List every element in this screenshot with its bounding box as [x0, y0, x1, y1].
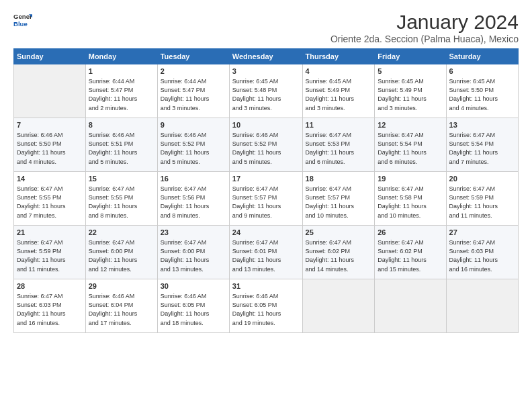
day-number: 13 — [449, 120, 515, 130]
day-number: 5 — [378, 66, 443, 77]
day-info: Sunrise: 6:46 AM Sunset: 5:52 PM Dayligh… — [232, 131, 300, 166]
calendar-title: January 2024 — [330, 11, 519, 34]
day-info: Sunrise: 6:47 AM Sunset: 5:53 PM Dayligh… — [306, 131, 372, 166]
col-header-sunday: Sunday — [14, 49, 86, 64]
day-info: Sunrise: 6:47 AM Sunset: 6:03 PM Dayligh… — [17, 292, 83, 327]
day-number: 22 — [89, 228, 154, 238]
calendar-cell: 21Sunrise: 6:47 AM Sunset: 5:59 PM Dayli… — [14, 226, 86, 279]
day-info: Sunrise: 6:47 AM Sunset: 6:00 PM Dayligh… — [161, 238, 226, 273]
calendar-cell: 5Sunrise: 6:45 AM Sunset: 5:49 PM Daylig… — [375, 64, 446, 118]
day-number: 8 — [89, 120, 154, 130]
day-info: Sunrise: 6:44 AM Sunset: 5:47 PM Dayligh… — [161, 77, 226, 112]
calendar-cell: 10Sunrise: 6:46 AM Sunset: 5:52 PM Dayli… — [229, 118, 302, 172]
day-number: 7 — [17, 120, 83, 130]
logo: General Blue — [13, 11, 32, 30]
day-info: Sunrise: 6:46 AM Sunset: 6:04 PM Dayligh… — [89, 292, 154, 327]
day-info: Sunrise: 6:45 AM Sunset: 5:49 PM Dayligh… — [378, 77, 443, 112]
day-number: 20 — [449, 174, 515, 184]
day-number: 30 — [161, 281, 226, 291]
col-header-monday: Monday — [85, 49, 157, 64]
calendar-location: Oriente 2da. Seccion (Palma Huaca), Mexi… — [330, 34, 519, 44]
day-info: Sunrise: 6:47 AM Sunset: 6:02 PM Dayligh… — [378, 238, 443, 273]
day-info: Sunrise: 6:46 AM Sunset: 5:51 PM Dayligh… — [89, 131, 154, 166]
day-number: 17 — [232, 174, 300, 184]
day-info: Sunrise: 6:47 AM Sunset: 5:54 PM Dayligh… — [378, 131, 443, 166]
day-number: 14 — [17, 174, 83, 184]
calendar-cell: 3Sunrise: 6:45 AM Sunset: 5:48 PM Daylig… — [229, 64, 302, 118]
day-number: 24 — [232, 228, 300, 238]
calendar-week-2: 7Sunrise: 6:46 AM Sunset: 5:50 PM Daylig… — [14, 118, 519, 172]
calendar-cell: 22Sunrise: 6:47 AM Sunset: 6:00 PM Dayli… — [85, 226, 157, 279]
day-info: Sunrise: 6:47 AM Sunset: 6:02 PM Dayligh… — [306, 238, 372, 273]
page: General Blue January 2024 Oriente 2da. S… — [0, 0, 532, 411]
day-number: 26 — [378, 228, 443, 238]
calendar-cell: 13Sunrise: 6:47 AM Sunset: 5:54 PM Dayli… — [446, 118, 518, 172]
day-number: 9 — [161, 120, 226, 130]
day-number: 11 — [306, 120, 372, 130]
col-header-saturday: Saturday — [446, 49, 518, 64]
calendar-cell: 20Sunrise: 6:47 AM Sunset: 5:59 PM Dayli… — [446, 172, 518, 226]
calendar-cell — [302, 279, 375, 333]
calendar-cell: 26Sunrise: 6:47 AM Sunset: 6:02 PM Dayli… — [375, 226, 446, 279]
day-info: Sunrise: 6:47 AM Sunset: 6:01 PM Dayligh… — [232, 238, 300, 273]
day-number: 27 — [449, 228, 515, 238]
day-number: 28 — [17, 281, 83, 291]
calendar-cell — [14, 64, 86, 118]
calendar-cell: 2Sunrise: 6:44 AM Sunset: 5:47 PM Daylig… — [157, 64, 229, 118]
day-number: 31 — [232, 281, 300, 291]
day-info: Sunrise: 6:45 AM Sunset: 5:48 PM Dayligh… — [232, 77, 300, 112]
title-block: January 2024 Oriente 2da. Seccion (Palma… — [330, 11, 519, 44]
day-info: Sunrise: 6:47 AM Sunset: 6:03 PM Dayligh… — [449, 238, 515, 273]
day-info: Sunrise: 6:46 AM Sunset: 5:52 PM Dayligh… — [161, 131, 226, 166]
col-header-tuesday: Tuesday — [157, 49, 229, 64]
calendar-cell: 9Sunrise: 6:46 AM Sunset: 5:52 PM Daylig… — [157, 118, 229, 172]
day-info: Sunrise: 6:47 AM Sunset: 5:55 PM Dayligh… — [89, 185, 154, 220]
day-info: Sunrise: 6:47 AM Sunset: 5:59 PM Dayligh… — [17, 238, 83, 273]
day-info: Sunrise: 6:46 AM Sunset: 5:50 PM Dayligh… — [17, 131, 83, 166]
calendar-cell — [375, 279, 446, 333]
calendar-cell — [446, 279, 518, 333]
calendar-cell: 15Sunrise: 6:47 AM Sunset: 5:55 PM Dayli… — [85, 172, 157, 226]
svg-text:General: General — [13, 13, 32, 20]
day-info: Sunrise: 6:45 AM Sunset: 5:49 PM Dayligh… — [306, 77, 372, 112]
calendar-cell: 12Sunrise: 6:47 AM Sunset: 5:54 PM Dayli… — [375, 118, 446, 172]
day-info: Sunrise: 6:45 AM Sunset: 5:50 PM Dayligh… — [449, 77, 515, 112]
calendar-cell: 7Sunrise: 6:46 AM Sunset: 5:50 PM Daylig… — [14, 118, 86, 172]
day-number: 18 — [306, 174, 372, 184]
calendar-cell: 17Sunrise: 6:47 AM Sunset: 5:57 PM Dayli… — [229, 172, 302, 226]
day-info: Sunrise: 6:47 AM Sunset: 5:57 PM Dayligh… — [306, 185, 372, 220]
calendar-cell: 1Sunrise: 6:44 AM Sunset: 5:47 PM Daylig… — [85, 64, 157, 118]
day-number: 23 — [161, 228, 226, 238]
day-info: Sunrise: 6:46 AM Sunset: 6:05 PM Dayligh… — [232, 292, 300, 327]
day-number: 29 — [89, 281, 154, 291]
calendar-week-4: 21Sunrise: 6:47 AM Sunset: 5:59 PM Dayli… — [14, 226, 519, 279]
header: General Blue January 2024 Oriente 2da. S… — [13, 11, 519, 44]
day-number: 19 — [378, 174, 443, 184]
calendar-cell: 25Sunrise: 6:47 AM Sunset: 6:02 PM Dayli… — [302, 226, 375, 279]
day-number: 2 — [161, 66, 226, 77]
day-info: Sunrise: 6:47 AM Sunset: 5:54 PM Dayligh… — [449, 131, 515, 166]
calendar-cell: 27Sunrise: 6:47 AM Sunset: 6:03 PM Dayli… — [446, 226, 518, 279]
day-info: Sunrise: 6:47 AM Sunset: 5:58 PM Dayligh… — [378, 185, 443, 220]
day-number: 12 — [378, 120, 443, 130]
svg-text:Blue: Blue — [13, 20, 28, 28]
day-number: 25 — [306, 228, 372, 238]
calendar-cell: 6Sunrise: 6:45 AM Sunset: 5:50 PM Daylig… — [446, 64, 518, 118]
logo-icon: General Blue — [13, 11, 32, 30]
col-header-friday: Friday — [375, 49, 446, 64]
day-number: 1 — [89, 66, 154, 77]
calendar-cell: 30Sunrise: 6:46 AM Sunset: 6:05 PM Dayli… — [157, 279, 229, 333]
day-number: 15 — [89, 174, 154, 184]
day-info: Sunrise: 6:47 AM Sunset: 5:55 PM Dayligh… — [17, 185, 83, 220]
col-header-wednesday: Wednesday — [229, 49, 302, 64]
day-info: Sunrise: 6:47 AM Sunset: 5:59 PM Dayligh… — [449, 185, 515, 220]
day-number: 10 — [232, 120, 300, 130]
calendar-week-3: 14Sunrise: 6:47 AM Sunset: 5:55 PM Dayli… — [14, 172, 519, 226]
calendar-cell: 4Sunrise: 6:45 AM Sunset: 5:49 PM Daylig… — [302, 64, 375, 118]
calendar-cell: 28Sunrise: 6:47 AM Sunset: 6:03 PM Dayli… — [14, 279, 86, 333]
calendar-cell: 16Sunrise: 6:47 AM Sunset: 5:56 PM Dayli… — [157, 172, 229, 226]
calendar-cell: 23Sunrise: 6:47 AM Sunset: 6:00 PM Dayli… — [157, 226, 229, 279]
day-number: 4 — [306, 66, 372, 77]
calendar-week-1: 1Sunrise: 6:44 AM Sunset: 5:47 PM Daylig… — [14, 64, 519, 118]
day-number: 6 — [449, 66, 515, 77]
